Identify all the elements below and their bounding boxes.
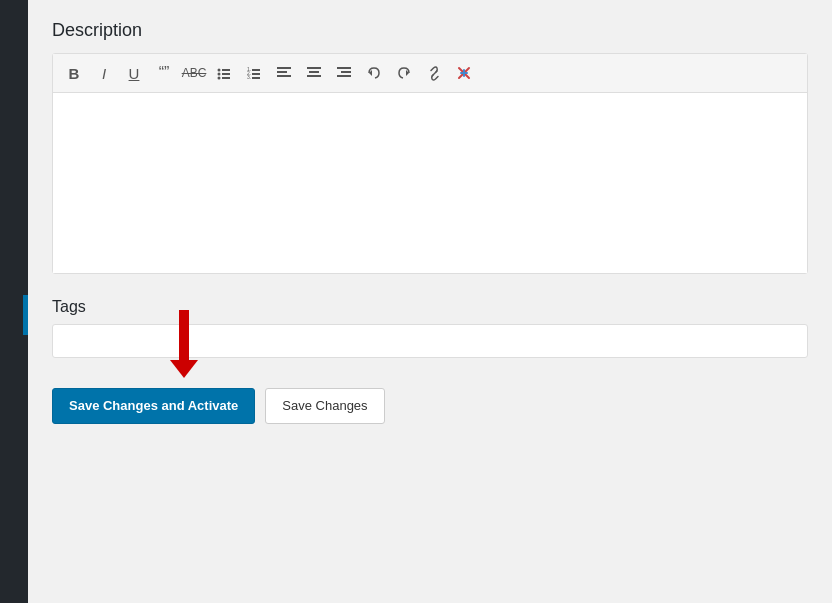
svg-rect-1 (222, 69, 230, 71)
description-editor: B I U “” ABC (52, 53, 808, 274)
sidebar-accent (23, 295, 28, 335)
svg-text:3.: 3. (247, 74, 251, 80)
tags-heading: Tags (52, 298, 808, 316)
save-button[interactable]: Save Changes (265, 388, 384, 424)
tags-input-field[interactable] (52, 324, 808, 358)
sidebar (0, 0, 28, 603)
blockquote-button[interactable]: “” (151, 60, 177, 86)
svg-rect-19 (341, 71, 351, 73)
arrow-head (170, 360, 198, 378)
svg-rect-5 (222, 77, 230, 79)
save-and-activate-button[interactable]: Save Changes and Activate (52, 388, 255, 424)
underline-button[interactable]: U (121, 60, 147, 86)
svg-rect-16 (309, 71, 319, 73)
svg-point-0 (218, 69, 221, 72)
arrow-shaft (179, 310, 189, 360)
bold-button[interactable]: B (61, 60, 87, 86)
description-heading: Description (52, 20, 808, 41)
svg-rect-13 (277, 71, 287, 73)
svg-rect-9 (252, 73, 260, 75)
buttons-row: Save Changes and Activate Save Changes (52, 378, 808, 424)
strikethrough-button[interactable]: ABC (181, 60, 207, 86)
remove-format-button[interactable] (451, 60, 477, 86)
align-right-button[interactable] (331, 60, 357, 86)
align-center-button[interactable] (301, 60, 327, 86)
svg-rect-7 (252, 69, 260, 71)
editor-content-area[interactable] (53, 93, 807, 273)
svg-point-4 (218, 77, 221, 80)
svg-rect-12 (277, 67, 291, 69)
undo-button[interactable] (361, 60, 387, 86)
tags-section: Tags (52, 298, 808, 358)
align-left-button[interactable] (271, 60, 297, 86)
svg-rect-11 (252, 77, 260, 79)
editor-toolbar: B I U “” ABC (53, 54, 807, 93)
svg-rect-14 (277, 75, 291, 77)
svg-rect-20 (337, 75, 351, 77)
link-button[interactable] (421, 60, 447, 86)
main-content: Description B I U “” ABC (28, 0, 832, 603)
svg-rect-15 (307, 67, 321, 69)
svg-rect-17 (307, 75, 321, 77)
svg-rect-3 (222, 73, 230, 75)
svg-point-2 (218, 73, 221, 76)
svg-rect-18 (337, 67, 351, 69)
redo-button[interactable] (391, 60, 417, 86)
italic-button[interactable]: I (91, 60, 117, 86)
arrow-indicator (170, 310, 198, 378)
unordered-list-button[interactable] (211, 60, 237, 86)
ordered-list-button[interactable]: 1. 2. 3. (241, 60, 267, 86)
